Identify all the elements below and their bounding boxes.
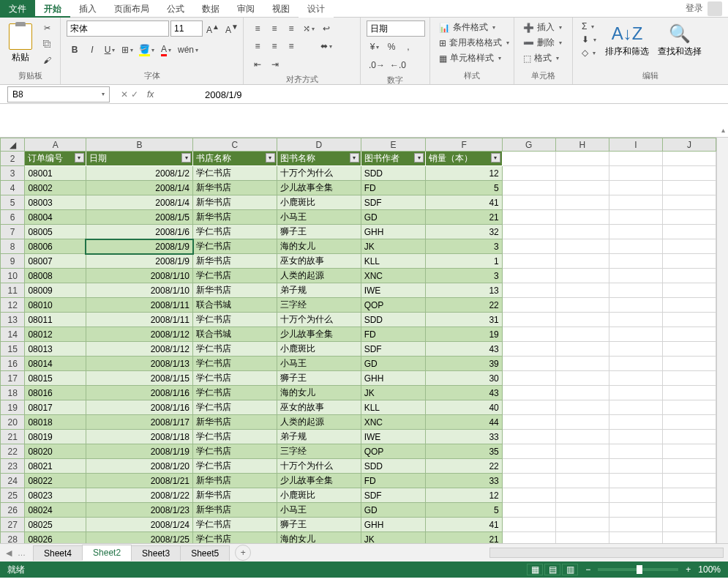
row-header[interactable]: 14	[1, 327, 25, 342]
increase-indent-button[interactable]: ⇥	[267, 56, 283, 72]
login-area[interactable]: 登录	[686, 1, 728, 16]
cell[interactable]: 学仁书店	[193, 269, 277, 283]
cell[interactable]	[609, 430, 662, 444]
cell[interactable]	[662, 415, 716, 430]
percent-button[interactable]: %	[383, 39, 399, 55]
cell[interactable]	[609, 474, 662, 488]
cell[interactable]	[502, 327, 555, 342]
cell[interactable]: 学仁书店	[193, 400, 277, 415]
cell[interactable]	[662, 371, 716, 386]
vertical-scrollbar[interactable]	[716, 138, 728, 543]
cell[interactable]	[609, 518, 662, 532]
cell[interactable]: 2008/1/6	[86, 225, 192, 239]
fill-color-button[interactable]: 🪣▾	[137, 42, 157, 58]
cell[interactable]	[662, 239, 716, 254]
cell[interactable]	[609, 210, 662, 225]
cell[interactable]: 小马王	[277, 357, 361, 371]
cell[interactable]	[555, 313, 609, 327]
cell[interactable]	[502, 239, 555, 254]
cell[interactable]: 学仁书店	[193, 444, 277, 459]
cell[interactable]	[662, 488, 716, 503]
zoom-slider[interactable]	[598, 568, 678, 571]
font-size-select[interactable]	[170, 20, 203, 37]
cell[interactable]: KLL	[361, 254, 426, 269]
cancel-formula-button[interactable]: ✕	[121, 89, 128, 100]
cell[interactable]	[502, 371, 555, 386]
cell[interactable]	[609, 532, 662, 544]
page-break-view-button[interactable]: ▥	[562, 564, 578, 575]
cell[interactable]: 2008/1/16	[86, 400, 192, 415]
cell[interactable]: GHH	[361, 371, 426, 386]
cell[interactable]	[609, 225, 662, 239]
cell[interactable]	[662, 181, 716, 195]
clear-button[interactable]: ◇▾	[579, 47, 599, 59]
cell[interactable]	[502, 342, 555, 357]
cell[interactable]: 小鹿斑比	[277, 342, 361, 357]
zoom-in-button[interactable]: +	[686, 564, 691, 575]
cell-styles-button[interactable]: ▦单元格样式▾	[436, 51, 512, 65]
cell[interactable]	[555, 152, 609, 166]
header-date[interactable]: 日期▾	[86, 152, 192, 166]
cell[interactable]: SDD	[361, 313, 426, 327]
cell[interactable]: IWE	[361, 430, 426, 444]
cell[interactable]: 2008/1/22	[86, 488, 192, 503]
cell[interactable]	[662, 386, 716, 400]
format-as-table-button[interactable]: ⊞套用表格格式▾	[436, 36, 512, 50]
align-left-button[interactable]: ≡	[249, 38, 266, 54]
header-sales[interactable]: 销量（本）▾	[426, 152, 502, 166]
cell[interactable]	[502, 210, 555, 225]
cell[interactable]	[609, 503, 662, 518]
cell[interactable]: SDF	[361, 488, 426, 503]
cell[interactable]	[609, 400, 662, 415]
sheet-tab-sheet4[interactable]: Sheet4	[33, 545, 83, 561]
cell[interactable]	[662, 430, 716, 444]
cell[interactable]	[609, 283, 662, 298]
cell[interactable]	[502, 269, 555, 283]
cell[interactable]: 新华书店	[193, 195, 277, 210]
cell[interactable]: 学仁书店	[193, 357, 277, 371]
cell[interactable]	[502, 444, 555, 459]
cell[interactable]: 08004	[25, 210, 86, 225]
cell[interactable]: 2008/1/9	[86, 239, 192, 254]
cell[interactable]: 1	[426, 254, 502, 269]
cell[interactable]: 5	[426, 181, 502, 195]
col-header-I[interactable]: I	[609, 138, 662, 152]
cell[interactable]: 08013	[25, 342, 86, 357]
header-book[interactable]: 图书名称▾	[277, 152, 361, 166]
cell[interactable]: 少儿故事全集	[277, 327, 361, 342]
filter-icon[interactable]: ▾	[414, 153, 424, 163]
cell[interactable]: 狮子王	[277, 225, 361, 239]
cell[interactable]: 狮子王	[277, 371, 361, 386]
cell[interactable]	[609, 195, 662, 210]
decrease-font-button[interactable]: A▼	[223, 20, 241, 37]
increase-decimal-button[interactable]: .0→	[367, 57, 387, 73]
row-header[interactable]: 24	[1, 474, 25, 488]
phonetic-button[interactable]: wén▾	[176, 42, 200, 58]
cell[interactable]: 学仁书店	[193, 459, 277, 474]
cell[interactable]	[609, 327, 662, 342]
underline-button[interactable]: U▾	[102, 42, 118, 58]
col-header-G[interactable]: G	[502, 138, 555, 152]
cell[interactable]: 学仁书店	[193, 225, 277, 239]
decrease-indent-button[interactable]: ⇤	[249, 56, 266, 72]
cell[interactable]: 学仁书店	[193, 313, 277, 327]
cell[interactable]: 08017	[25, 400, 86, 415]
cell[interactable]: 35	[426, 444, 502, 459]
cell[interactable]: 5	[426, 503, 502, 518]
row-header[interactable]: 25	[1, 488, 25, 503]
cell[interactable]: 08021	[25, 459, 86, 474]
cell[interactable]	[555, 371, 609, 386]
row-header[interactable]: 21	[1, 430, 25, 444]
cell[interactable]: 41	[426, 195, 502, 210]
font-name-select[interactable]	[67, 20, 169, 37]
normal-view-button[interactable]: ▦	[527, 564, 543, 575]
cell[interactable]: 2008/1/2	[86, 166, 192, 181]
tab-home[interactable]: 开始	[35, 0, 70, 18]
copy-button[interactable]: ⿻	[40, 37, 54, 51]
cell[interactable]: 小马王	[277, 210, 361, 225]
cell[interactable]: QOP	[361, 444, 426, 459]
collapse-formula-icon[interactable]: ▴	[721, 126, 725, 134]
row-header[interactable]: 13	[1, 313, 25, 327]
cell[interactable]: 08025	[25, 518, 86, 532]
cell[interactable]: 学仁书店	[193, 342, 277, 357]
